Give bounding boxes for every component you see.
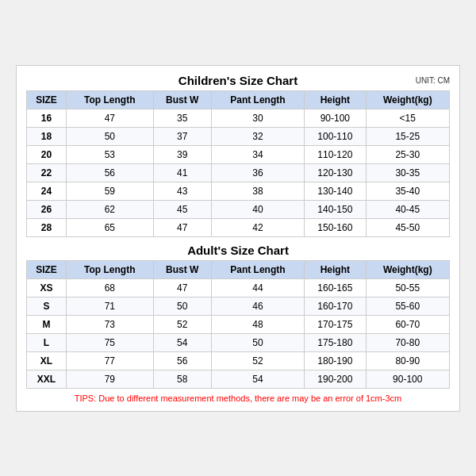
table-cell: 160-165	[305, 278, 366, 297]
table-cell: 190-200	[305, 370, 366, 388]
table-cell: 48	[211, 315, 304, 333]
table-cell: 52	[211, 351, 304, 370]
table-cell: 56	[67, 163, 154, 182]
table-row: M735248170-17560-70	[27, 315, 450, 333]
table-cell: XXL	[27, 370, 67, 388]
unit-label: UNIT: CM	[416, 76, 450, 85]
table-cell: 110-120	[305, 145, 366, 163]
table-cell: 15-25	[366, 127, 449, 145]
children-header-row: SIZE Top Length Bust W Pant Length Heigh…	[27, 90, 450, 109]
table-cell: XL	[27, 351, 67, 370]
table-cell: 40-45	[366, 200, 449, 218]
table-cell: 140-150	[305, 200, 366, 218]
table-cell: M	[27, 315, 67, 333]
table-row: 24594338130-14035-40	[27, 182, 450, 200]
table-cell: 41	[153, 163, 211, 182]
table-cell: 58	[153, 370, 211, 388]
table-cell: 90-100	[305, 109, 366, 127]
adults-header-toplength: Top Length	[67, 260, 154, 278]
table-row: XL775652180-19080-90	[27, 351, 450, 370]
table-row: 26624540140-15040-45	[27, 200, 450, 218]
table-cell: 50	[153, 297, 211, 315]
table-row: 28654742150-16045-50	[27, 218, 450, 236]
table-cell: 30	[211, 109, 304, 127]
adults-table: SIZE Top Length Bust W Pant Length Heigh…	[26, 260, 450, 389]
table-cell: 47	[67, 109, 154, 127]
table-cell: 80-90	[366, 351, 449, 370]
table-cell: 39	[153, 145, 211, 163]
table-cell: XS	[27, 278, 67, 297]
table-cell: 65	[67, 218, 154, 236]
adults-header-size: SIZE	[27, 260, 67, 278]
table-cell: 50	[67, 127, 154, 145]
table-cell: 59	[67, 182, 154, 200]
table-cell: 170-175	[305, 315, 366, 333]
table-cell: 20	[27, 145, 67, 163]
children-title-row: Children's Size Chart UNIT: CM	[26, 74, 450, 87]
table-cell: 22	[27, 163, 67, 182]
table-cell: 77	[67, 351, 154, 370]
children-header-size: SIZE	[27, 90, 67, 109]
children-header-weight: Weight(kg)	[366, 90, 449, 109]
table-cell: 75	[67, 333, 154, 351]
table-cell: 43	[153, 182, 211, 200]
table-row: 20533934110-12025-30	[27, 145, 450, 163]
table-row: S715046160-17055-60	[27, 297, 450, 315]
table-cell: 60-70	[366, 315, 449, 333]
table-cell: L	[27, 333, 67, 351]
table-cell: 36	[211, 163, 304, 182]
children-title: Children's Size Chart	[178, 74, 298, 87]
table-cell: 54	[153, 333, 211, 351]
table-cell: 35	[153, 109, 211, 127]
table-cell: S	[27, 297, 67, 315]
table-cell: 160-170	[305, 297, 366, 315]
table-cell: 46	[211, 297, 304, 315]
table-row: XS684744160-16550-55	[27, 278, 450, 297]
adults-header-height: Height	[305, 260, 366, 278]
adults-header-row: SIZE Top Length Bust W Pant Length Heigh…	[27, 260, 450, 278]
table-cell: 175-180	[305, 333, 366, 351]
table-cell: 79	[67, 370, 154, 388]
table-cell: 73	[67, 315, 154, 333]
table-cell: 71	[67, 297, 154, 315]
table-cell: 52	[153, 315, 211, 333]
table-cell: 47	[153, 278, 211, 297]
adults-title-row: Adult's Size Chart	[26, 244, 450, 257]
table-cell: 45	[153, 200, 211, 218]
table-row: 18503732100-11015-25	[27, 127, 450, 145]
tips-row: TIPS: Due to different measurement metho…	[26, 393, 450, 403]
table-cell: 37	[153, 127, 211, 145]
table-cell: 25-30	[366, 145, 449, 163]
adults-tbody: XS684744160-16550-55S715046160-17055-60M…	[27, 278, 450, 388]
table-cell: 50	[211, 333, 304, 351]
table-cell: 35-40	[366, 182, 449, 200]
table-cell: 90-100	[366, 370, 449, 388]
children-header-pantlength: Pant Length	[211, 90, 304, 109]
adults-header-pantlength: Pant Length	[211, 260, 304, 278]
table-cell: 34	[211, 145, 304, 163]
table-cell: 62	[67, 200, 154, 218]
table-cell: 24	[27, 182, 67, 200]
table-cell: 45-50	[366, 218, 449, 236]
adults-title: Adult's Size Chart	[187, 244, 289, 257]
chart-container: Children's Size Chart UNIT: CM SIZE Top …	[16, 65, 460, 412]
table-cell: 40	[211, 200, 304, 218]
table-cell: <15	[366, 109, 449, 127]
adults-header-weight: Weight(kg)	[366, 260, 449, 278]
table-cell: 54	[211, 370, 304, 388]
table-cell: 130-140	[305, 182, 366, 200]
table-row: XXL795854190-20090-100	[27, 370, 450, 388]
table-cell: 42	[211, 218, 304, 236]
table-cell: 56	[153, 351, 211, 370]
table-cell: 68	[67, 278, 154, 297]
table-cell: 50-55	[366, 278, 449, 297]
table-cell: 28	[27, 218, 67, 236]
table-cell: 100-110	[305, 127, 366, 145]
children-table: SIZE Top Length Bust W Pant Length Heigh…	[26, 90, 450, 237]
table-cell: 55-60	[366, 297, 449, 315]
table-cell: 26	[27, 200, 67, 218]
adults-header-bustw: Bust W	[153, 260, 211, 278]
table-row: 22564136120-13030-35	[27, 163, 450, 182]
table-cell: 38	[211, 182, 304, 200]
table-cell: 53	[67, 145, 154, 163]
